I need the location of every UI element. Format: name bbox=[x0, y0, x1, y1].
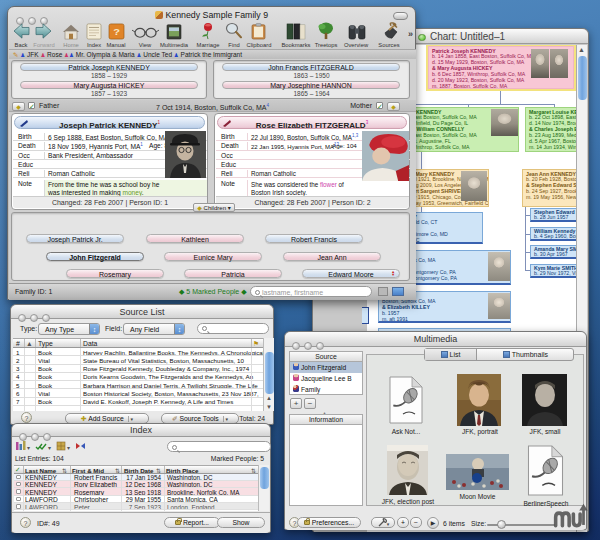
svg-text:Manual: Manual bbox=[106, 42, 125, 48]
svg-text:▾: ▾ bbox=[67, 445, 70, 451]
svg-text:Marriage: Marriage bbox=[197, 42, 220, 48]
svg-text:Overview: Overview bbox=[344, 42, 369, 48]
svg-text:Find: Find bbox=[228, 42, 239, 48]
svg-text:View: View bbox=[139, 42, 152, 48]
svg-text:Sources: Sources bbox=[378, 42, 399, 48]
svg-text:Home: Home bbox=[63, 42, 78, 48]
svg-text:Index: Index bbox=[87, 42, 101, 48]
svg-text:Multimedia: Multimedia bbox=[160, 42, 189, 48]
svg-text:Back: Back bbox=[15, 42, 28, 48]
svg-text:Treetops: Treetops bbox=[315, 42, 338, 48]
svg-text:▾: ▾ bbox=[48, 445, 51, 451]
svg-text:?: ? bbox=[113, 27, 120, 37]
svg-text:Forward: Forward bbox=[33, 42, 54, 48]
svg-text:Bookmarks: Bookmarks bbox=[282, 42, 311, 48]
svg-text:▾: ▾ bbox=[27, 445, 30, 451]
svg-text:Clipboard: Clipboard bbox=[247, 42, 272, 48]
